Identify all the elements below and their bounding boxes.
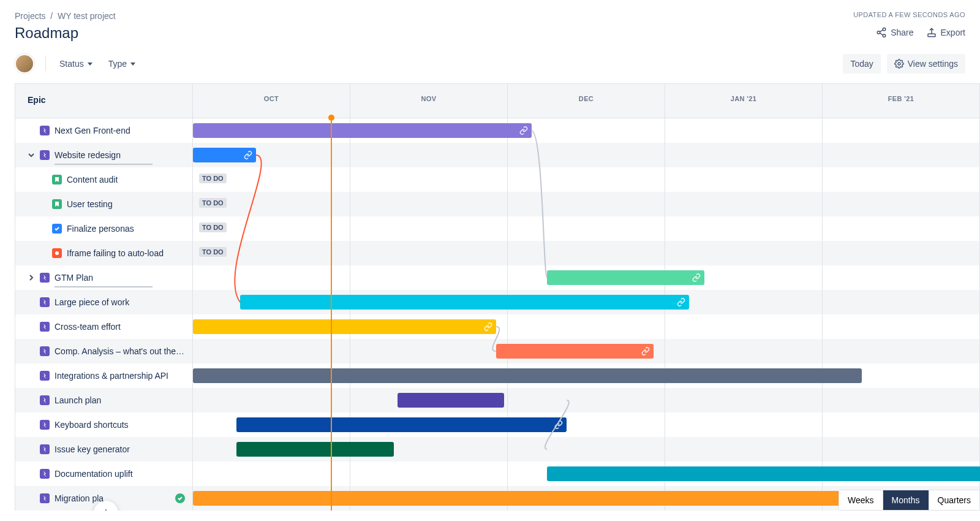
table-row[interactable]: Documentation uplift [15, 462, 980, 486]
timeline-cell [193, 388, 980, 413]
month-header: NOV [350, 84, 508, 118]
table-row[interactable]: Iframe failing to auto-loadTO DO [15, 241, 980, 265]
epic-icon [40, 126, 50, 135]
issue-title: Launch plan [55, 395, 101, 405]
table-row[interactable]: User testingTO DO [15, 192, 980, 216]
table-row[interactable]: Content auditTO DO [15, 167, 980, 192]
scale-switcher: Weeks Months Quarters [839, 490, 980, 511]
timeline-cell [193, 265, 980, 290]
task-icon [52, 224, 62, 234]
svg-point-1 [877, 31, 880, 34]
table-row[interactable]: Large piece of work [15, 290, 980, 314]
issue-title: Finalize personas [67, 224, 134, 234]
story-icon [52, 175, 62, 184]
timeline-bar[interactable] [547, 466, 980, 481]
timeline-cell [193, 363, 980, 388]
epic-cell: Content audit [15, 167, 193, 192]
epic-cell: Cross-team effort [15, 314, 193, 339]
issue-title: Cross-team effort [55, 322, 121, 332]
issue-title: Integrations & partnership API [55, 371, 168, 381]
svg-point-7 [55, 251, 59, 255]
table-row[interactable]: Cross-team effort [15, 314, 980, 339]
epic-cell: Integrations & partnership API [15, 363, 193, 388]
breadcrumb-project[interactable]: WY test project [58, 11, 116, 21]
epic-icon [40, 493, 50, 503]
view-settings-button[interactable]: View settings [887, 54, 965, 74]
share-icon [876, 27, 887, 38]
epic-cell: Documentation uplift [15, 462, 193, 486]
table-row[interactable]: Launch plan [15, 388, 980, 413]
table-row[interactable]: GTM Plan [15, 265, 980, 290]
table-row[interactable]: Integrations & partnership API [15, 363, 980, 388]
breadcrumb: Projects / WY test project [15, 11, 116, 21]
timeline-cell [193, 118, 980, 143]
timeline-bar[interactable] [496, 344, 654, 359]
chevron-right-icon[interactable] [28, 275, 35, 281]
epic-icon [40, 322, 50, 332]
gear-icon [894, 59, 904, 69]
issue-title: User testing [67, 199, 113, 209]
timeline-cell [193, 339, 980, 363]
today-button[interactable]: Today [843, 54, 880, 74]
timeline-cell [193, 290, 980, 314]
status-filter[interactable]: Status [57, 55, 95, 72]
breadcrumb-root[interactable]: Projects [15, 11, 46, 21]
issue-title: Issue key generator [55, 444, 130, 454]
svg-point-0 [883, 28, 886, 31]
timeline-bar[interactable] [193, 123, 532, 138]
issue-title: Documentation uplift [55, 469, 133, 479]
table-row[interactable]: Comp. Analysis – what's out there? [15, 339, 980, 363]
timeline-bar[interactable] [193, 148, 256, 162]
epic-icon [40, 395, 50, 405]
bug-icon [52, 248, 62, 258]
epic-icon [40, 444, 50, 454]
timeline-cell [193, 143, 980, 167]
scale-quarters[interactable]: Quarters [929, 490, 979, 510]
issue-title: Large piece of work [55, 297, 129, 307]
timeline-bar[interactable] [236, 417, 567, 432]
month-header: FEB '21 [823, 84, 980, 118]
share-button[interactable]: Share [876, 27, 913, 38]
chevron-down-icon[interactable] [28, 152, 35, 158]
timeline-cell: TO DO [193, 192, 980, 216]
table-row[interactable]: Finalize personasTO DO [15, 216, 980, 241]
epic-icon [40, 469, 50, 479]
epic-cell: Comp. Analysis – what's out there? [15, 339, 193, 363]
timeline-bar[interactable] [547, 270, 704, 285]
divider [45, 56, 46, 71]
epic-cell: Large piece of work [15, 290, 193, 314]
export-icon [926, 27, 937, 38]
chevron-down-icon [88, 63, 92, 66]
timeline-bar[interactable] [193, 368, 862, 383]
type-filter[interactable]: Type [106, 55, 138, 72]
table-row[interactable]: Migration pla [15, 486, 980, 511]
scale-weeks[interactable]: Weeks [839, 490, 883, 510]
export-button[interactable]: Export [926, 27, 965, 38]
epic-column-header: Epic [15, 84, 193, 118]
epic-cell: Iframe failing to auto-load [15, 241, 193, 265]
table-row[interactable]: Next Gen Front-end [15, 118, 980, 143]
epic-cell: Next Gen Front-end [15, 118, 193, 143]
timeline-bar[interactable] [240, 295, 688, 310]
table-row[interactable]: Website redesign [15, 143, 980, 167]
table-row[interactable]: Keyboard shortcuts [15, 413, 980, 437]
issue-title: Keyboard shortcuts [55, 420, 129, 430]
roadmap-container: Epic OCTNOVDECJAN '21FEB '21 Next Gen Fr… [15, 83, 980, 511]
month-header: DEC [508, 84, 665, 118]
timeline-bar[interactable] [398, 393, 503, 408]
table-row[interactable]: Issue key generator [15, 437, 980, 462]
epic-cell: User testing [15, 192, 193, 216]
epic-icon [40, 297, 50, 307]
svg-line-4 [880, 33, 883, 35]
svg-point-2 [883, 34, 886, 37]
avatar[interactable] [15, 54, 34, 74]
timeline-cell [193, 314, 980, 339]
scale-months[interactable]: Months [883, 490, 929, 510]
svg-line-3 [880, 30, 883, 32]
issue-title: Migration pla [55, 493, 104, 503]
timeline-bar[interactable] [236, 442, 394, 457]
story-icon [52, 199, 62, 209]
timeline-cell [193, 437, 980, 462]
timeline-bar[interactable] [193, 319, 496, 334]
issue-title: Content audit [67, 175, 118, 184]
